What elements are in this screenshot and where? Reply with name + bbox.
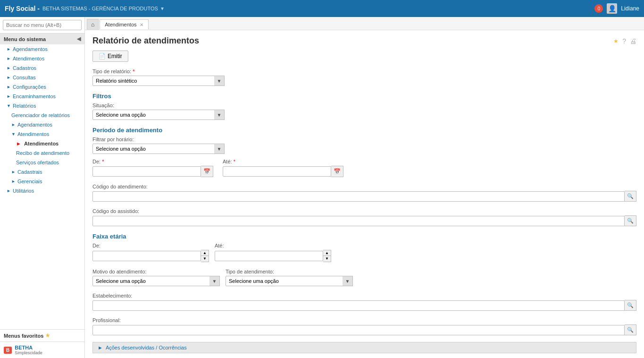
home-icon: ⌂ [91,21,94,28]
situacao-label: Situação: [92,102,636,108]
sidebar-item-relatorios[interactable]: ▼ Relatórios [0,101,84,111]
system-name: BETHA SISTEMAS - GERÊNCIA DE PRODUTOS [42,6,158,11]
faixa-de-input[interactable] [92,251,201,261]
codigo-assistido-label: Código do assistido: [92,208,636,214]
de-date-input[interactable] [92,166,201,177]
sidebar-item-cadastrais[interactable]: ► Cadastrais [0,167,84,177]
favorite-star-icon[interactable]: ★ [613,38,619,44]
ate-input-wrapper: 📅 [223,166,343,177]
sidebar-item-atendimentos-rel[interactable]: ▼ Atendimentos [0,129,84,139]
user-name: Lidiane [621,5,639,12]
sidebar-item-atendimentos-sub[interactable]: Atendimentos [0,139,84,148]
tipo-atendimento-select-wrapper: Selecione uma opção ▼ [226,276,353,286]
profissional-search-icon[interactable]: 🔍 [625,324,636,335]
faixa-etaria-section: Faixa etária De: ▲ ▼ Até: [92,233,636,262]
tipo-relatorio-label: Tipo de relatório: * [92,68,636,74]
faixa-ate-spinner: ▲ ▼ [215,250,331,262]
de-date-field: De: * 📅 [92,159,213,177]
filtrar-horario-field: Filtrar por horário: Selecione uma opção… [92,136,636,154]
codigo-atendimento-input[interactable] [92,191,625,202]
de-input-wrapper: 📅 [92,166,213,177]
sidebar-item-encaminhamentos[interactable]: ► Encaminhamentos [0,92,84,101]
favorites-star-icon[interactable]: ★ [45,332,50,339]
estabelecimento-label: Estabelecimento: [92,293,636,298]
sidebar-item-gerenciador[interactable]: Gerenciador de relatórios [0,111,84,120]
estabelecimento-input[interactable] [92,300,625,311]
ate-calendar-icon[interactable]: 📅 [331,166,343,177]
estabelecimento-wrapper: 🔍 [92,300,636,311]
situacao-select[interactable]: Selecione uma opção [92,110,225,120]
motivo-tipo-row: Motivo do atendimento: Selecione uma opç… [92,269,636,286]
codigo-atendimento-section: Código do atendimento: 🔍 [92,184,636,202]
emit-button[interactable]: 📄 Emitir [92,51,128,62]
notification-badge[interactable]: 0 [594,4,603,13]
sidebar-item-agendamentos[interactable]: ► Agendamentos [0,44,84,54]
topbar-right: 0 👤 Lidiane [594,3,639,14]
favorites-title: Menus favoritos ★ [4,332,81,339]
acoes-expand-icon: ► [98,345,103,350]
brand-name[interactable]: Fly Social - [5,5,40,12]
codigo-atendimento-search-icon[interactable]: 🔍 [625,191,636,202]
page-content: Relatório de atendimentos ★ ? 🖨 📄 Emitir… [85,30,644,358]
faixa-de-spinner-btns: ▲ ▼ [201,250,209,262]
sidebar-item-recibo[interactable]: Recibo de atendimento [0,148,84,158]
estabelecimento-search-icon[interactable]: 🔍 [625,300,636,311]
page-header: Relatório de atendimentos ★ ? 🖨 [92,36,636,46]
sidebar-item-agendamentos-rel[interactable]: ► Agendamentos [0,120,84,129]
de-label: De: * [92,159,213,164]
estabelecimento-section: Estabelecimento: 🔍 [92,293,636,311]
codigo-assistido-input[interactable] [92,216,625,226]
codigo-atendimento-label: Código do atendimento: [92,184,636,189]
tipo-atendimento-col: Tipo de atendimento: Selecione uma opção… [226,269,353,286]
motivo-select[interactable]: Selecione uma opção [92,276,220,286]
sidebar-item-cadastros[interactable]: ► Cadastros [0,63,84,73]
collapse-icon[interactable]: ◀ [77,36,81,42]
betha-logo: B BETHA Simplescidade [0,341,84,358]
betha-name: BETHA [15,345,42,350]
main-area: ⌂ Atendimentos ✕ Relatório de atendiment… [85,17,644,358]
faixa-etaria-title: Faixa etária [92,233,636,240]
faixa-ate-down[interactable]: ▼ [323,256,331,262]
faixa-ate-input[interactable] [215,251,323,261]
sidebar-item-atendimentos[interactable]: ► Atendimentos [0,54,84,63]
tab-home[interactable]: ⌂ [87,19,99,30]
print-icon[interactable]: 🖨 [630,37,636,45]
faixa-etaria-row: De: ▲ ▼ Até: [92,243,636,262]
ate-date-input[interactable] [223,166,331,177]
emit-button-area: 📄 Emitir [92,51,636,62]
tab-atendimentos[interactable]: Atendimentos ✕ [100,19,148,29]
faixa-de-label: De: [92,243,209,248]
tipo-relatorio-select[interactable]: Relatório sintético Relatório analítico [92,76,225,86]
de-calendar-icon[interactable]: 📅 [201,166,213,177]
page-title-icons: ★ ? 🖨 [613,37,636,45]
sidebar-item-configuracoes[interactable]: ► Configurações [0,82,84,92]
profissional-input[interactable] [92,325,625,335]
filtrar-horario-select[interactable]: Selecione uma opção [92,144,225,154]
emit-icon: 📄 [99,53,106,60]
sidebar-item-consultas[interactable]: ► Consultas [0,73,84,82]
favorites-section: Menus favoritos ★ [0,329,84,341]
motivo-tipo-section: Motivo do atendimento: Selecione uma opç… [92,269,636,286]
search-box [0,17,84,34]
codigo-assistido-search-icon[interactable]: 🔍 [625,215,636,226]
tipo-relatorio-section: Tipo de relatório: * Relatório sintético… [92,68,636,86]
system-dropdown-arrow[interactable]: ▾ [161,5,164,12]
faixa-ate-up[interactable]: ▲ [323,250,331,256]
tab-close-icon[interactable]: ✕ [140,22,143,27]
search-input[interactable] [3,20,82,30]
tipo-atendimento-select[interactable]: Selecione uma opção [226,276,353,286]
sidebar-item-utilitarios[interactable]: ► Utilitários [0,186,84,196]
acoes-accordion-header[interactable]: ► Ações desenvolvidas / Ocorrências [92,342,636,353]
codigo-atendimento-wrapper: 🔍 [92,191,636,202]
faixa-de-spinner: ▲ ▼ [92,250,209,262]
profissional-wrapper: 🔍 [92,324,636,335]
sidebar-item-gerenciais[interactable]: ► Gerenciais [0,177,84,186]
filtros-title: Filtros [92,93,636,100]
sidebar-item-servicos[interactable]: Serviços ofertados [0,158,84,167]
faixa-de-up[interactable]: ▲ [201,250,209,256]
topbar-left: Fly Social - BETHA SISTEMAS - GERÊNCIA D… [5,5,164,12]
profissional-label: Profissional: [92,317,636,323]
faixa-de-down[interactable]: ▼ [201,256,209,262]
user-avatar[interactable]: 👤 [607,3,617,14]
help-icon[interactable]: ? [622,37,626,45]
